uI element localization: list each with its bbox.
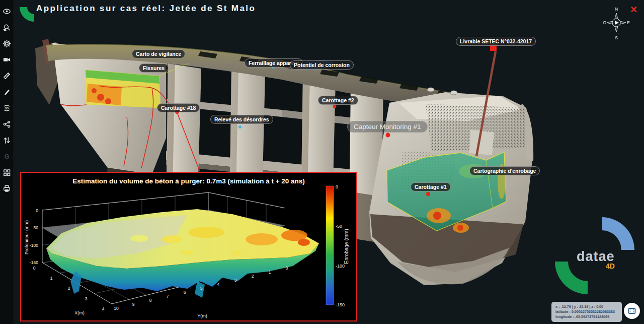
z-tick: -150	[30, 260, 38, 265]
measure-ruler-icon[interactable]	[0, 68, 14, 84]
z-tick: 0	[36, 208, 38, 213]
grid-apps-icon[interactable]	[0, 164, 14, 180]
compass-n: N	[615, 7, 618, 12]
annotation-capteur-monitoring[interactable]: Capteur Monitoring #1	[347, 121, 428, 133]
annotation-livrable-setec[interactable]: Livrable SETEC N°032-42017	[456, 37, 536, 46]
fullscreen-icon	[627, 306, 636, 315]
coords-xyz: x : -12.79 | y : 25.19 | z : 0.00	[555, 304, 618, 309]
marker-releve-desordres[interactable]	[238, 125, 242, 128]
y-tick: 1	[269, 270, 271, 275]
x-tick: 4	[102, 306, 105, 311]
x-tick: 1	[50, 276, 53, 281]
surface-chart-panel[interactable]: Estimation du volume de béton à purger: …	[20, 172, 357, 321]
draw-pencil-icon[interactable]	[0, 84, 14, 100]
colorbar-tick: 0	[336, 184, 338, 189]
annotation-carottage-1[interactable]: Carottage #1	[411, 182, 451, 191]
eye-icon[interactable]	[0, 3, 14, 19]
z-tick: -100	[30, 243, 38, 248]
close-icon[interactable]: ✕	[630, 5, 637, 14]
viewer-app: N S E O datae 4D	[0, 0, 644, 324]
x-axis-label: X(m)	[74, 310, 85, 315]
y-tick: 8	[149, 298, 152, 303]
annotation-carottage-18[interactable]: Carottage #18	[157, 103, 200, 112]
marker-carottage-1[interactable]	[426, 192, 430, 196]
annotation-releve-desordres[interactable]: Relevé des désordres	[210, 115, 273, 124]
compass-o: O	[603, 20, 606, 25]
marker-carottage-2[interactable]	[333, 105, 337, 108]
svg-text:G: G	[5, 153, 10, 160]
colorbar-tick: -150	[336, 302, 345, 307]
annotation-carto-vigilance[interactable]: Carto de vigilance	[132, 49, 185, 58]
y-tick: 10	[114, 306, 119, 311]
marker-capteur-monitoring[interactable]	[386, 133, 390, 138]
annotation-potentiel-corrosion[interactable]: Potentiel de corrosion	[290, 60, 354, 70]
y-tick: 7	[167, 294, 169, 299]
compass-e: E	[627, 20, 630, 25]
settings-gear-icon[interactable]	[0, 35, 14, 51]
y-axis-label: Y(m)	[197, 313, 207, 318]
coords-latitude: latitude : 0.00022753532282083363	[555, 309, 618, 314]
y-tick: 5	[200, 286, 203, 291]
toolbar-sidebar: 3D G	[0, 0, 14, 324]
chart-title: Estimation du volume de béton à purger: …	[72, 177, 305, 185]
rotate-3d-icon[interactable]: 3D	[0, 100, 14, 116]
y-tick: 9	[132, 302, 135, 307]
geo-g-icon[interactable]: G	[0, 148, 14, 164]
compass-s: S	[615, 35, 618, 40]
video-camera-icon[interactable]	[0, 51, 14, 68]
z-tick: -50	[32, 225, 39, 230]
page-title: Application sur cas réel: Jetée de St Ma…	[36, 4, 256, 14]
z-axis-label: Profondeur (mm)	[24, 220, 29, 254]
annotation-cartographie-enrobage[interactable]: Cartographie d'enrobage	[469, 166, 540, 175]
coords-longitude: longitude : -65.59273754123069	[555, 314, 618, 319]
colorbar-label: Enrobage (mm)	[344, 229, 349, 264]
fullscreen-button[interactable]	[624, 303, 640, 319]
y-tick: 3	[234, 278, 237, 283]
x-tick: 2	[68, 286, 70, 291]
x-tick: 0	[33, 266, 36, 271]
sort-arrows-icon[interactable]	[0, 132, 14, 148]
share-icon[interactable]	[0, 116, 14, 132]
coordinates-panel: x : -12.79 | y : 25.19 | z : 0.00 latitu…	[551, 302, 622, 322]
search-model-icon[interactable]	[0, 19, 14, 35]
annotation-fissures[interactable]: Fissures	[139, 63, 169, 73]
y-tick: 6	[184, 290, 186, 295]
y-tick: 4	[217, 282, 220, 287]
y-tick: 2	[252, 274, 254, 279]
surface-chart: Estimation du volume de béton à purger: …	[21, 173, 356, 320]
annotation-carottage-2[interactable]: Carottage #2	[318, 96, 358, 105]
colorbar	[326, 186, 334, 305]
svg-text:3D: 3D	[5, 106, 9, 109]
y-tick: 0	[286, 266, 288, 271]
print-icon[interactable]	[0, 180, 14, 197]
colorbar-tick: -50	[336, 224, 342, 229]
logo-sub-text: 4D	[606, 262, 615, 270]
x-tick: 3	[85, 296, 88, 301]
